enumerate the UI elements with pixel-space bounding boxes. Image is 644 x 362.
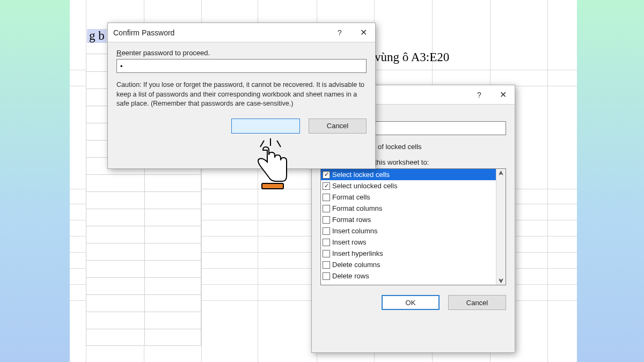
confirm-titlebar: Confirm Password ? ✕: [108, 23, 375, 42]
help-button[interactable]: ?: [467, 86, 491, 104]
close-button[interactable]: ✕: [491, 86, 515, 104]
permission-item[interactable]: Format columns: [321, 203, 506, 214]
permission-item[interactable]: Delete columns: [321, 259, 506, 270]
confirm-ok-button[interactable]: [231, 119, 300, 134]
permission-label: Insert rows: [332, 238, 367, 246]
permission-checkbox[interactable]: [323, 227, 330, 235]
permission-checkbox[interactable]: [323, 250, 330, 257]
permission-checkbox[interactable]: [323, 272, 330, 280]
permission-checkbox[interactable]: ✓: [323, 182, 330, 190]
permission-label: Insert hyperlinks: [332, 249, 383, 257]
permission-label: Format rows: [332, 216, 371, 224]
permission-checkbox[interactable]: [323, 194, 330, 201]
scroll-down-icon[interactable]: ⮟: [499, 278, 504, 284]
permissions-scrollbar[interactable]: ⮝ ⮟: [496, 169, 506, 285]
confirm-password-input[interactable]: [116, 59, 367, 73]
banner-text-left: g b: [87, 29, 107, 43]
permission-item[interactable]: Format rows: [321, 214, 506, 225]
permission-label: Insert columns: [332, 227, 378, 235]
permission-item[interactable]: Insert rows: [321, 237, 506, 248]
permission-label: Delete rows: [332, 272, 369, 280]
help-button[interactable]: ?: [328, 24, 352, 42]
permission-checkbox[interactable]: [323, 261, 330, 269]
caution-text: Caution: If you lose or forget the passw…: [116, 80, 367, 109]
close-button[interactable]: ✕: [352, 24, 375, 42]
permission-item[interactable]: Format cells: [321, 191, 506, 203]
permission-label: Delete columns: [332, 261, 380, 269]
permission-item[interactable]: Insert columns: [321, 225, 506, 237]
permission-label: Select unlocked cells: [332, 182, 397, 190]
confirm-title: Confirm Password: [113, 28, 328, 37]
permission-checkbox[interactable]: ✓: [323, 171, 330, 179]
protect-ok-button[interactable]: OK: [382, 295, 440, 310]
scroll-up-icon[interactable]: ⮝: [499, 170, 504, 176]
permissions-list[interactable]: ✓Select locked cells✓Select unlocked cel…: [320, 168, 506, 285]
permission-label: Select locked cells: [332, 171, 390, 179]
permission-label: Format cells: [332, 193, 370, 201]
permission-item[interactable]: Delete rows: [321, 270, 506, 282]
permission-checkbox[interactable]: [323, 239, 330, 246]
permission-checkbox[interactable]: [323, 216, 330, 224]
permission-item[interactable]: ✓Select unlocked cells: [321, 180, 506, 191]
confirm-cancel-button[interactable]: Cancel: [309, 119, 367, 134]
permission-item[interactable]: ✓Select locked cells: [321, 169, 506, 180]
banner-text-right: vùng ô A3:E20: [375, 50, 449, 64]
reenter-label: Reenter password to proceed.: [116, 49, 367, 57]
confirm-password-dialog: Confirm Password ? ✕ Reenter password to…: [107, 23, 376, 169]
permission-label: Format columns: [332, 204, 382, 212]
protect-cancel-button[interactable]: Cancel: [448, 295, 506, 310]
permission-checkbox[interactable]: [323, 205, 330, 212]
permission-item[interactable]: Insert hyperlinks: [321, 248, 506, 259]
